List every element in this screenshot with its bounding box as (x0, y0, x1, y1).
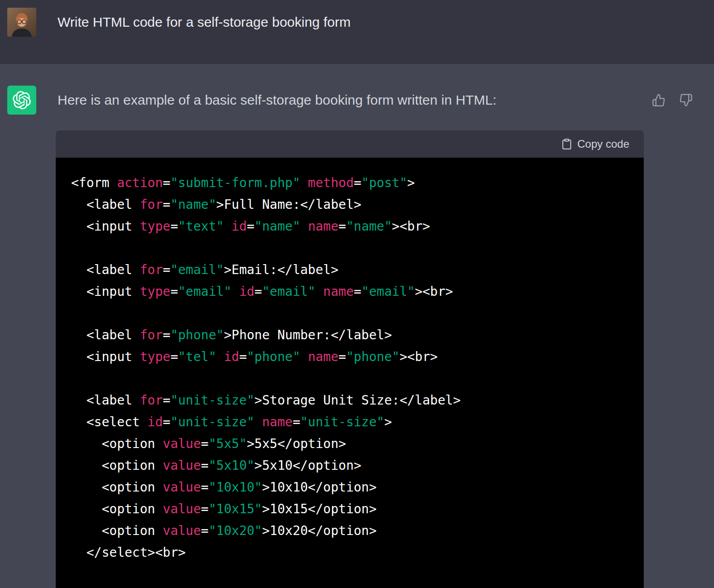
thumbs-up-button[interactable] (650, 92, 667, 109)
clipboard-icon (561, 138, 573, 150)
avatar-gutter (7, 8, 56, 63)
code-line: <option value="10x15">10x15</option> (71, 498, 628, 520)
code-line (71, 368, 628, 390)
thumbs-down-button[interactable] (677, 92, 695, 109)
code-block: Copy code <form action="submit-form.php"… (56, 130, 644, 588)
assistant-message-text: Here is an example of a basic self-stora… (56, 92, 497, 109)
avatar-gutter (7, 86, 56, 588)
assistant-avatar (7, 86, 36, 115)
code-line: <label for="name">Full Name:</label> (71, 194, 628, 216)
code-line: <label for="phone">Phone Number:</label> (71, 324, 628, 346)
user-avatar-image (7, 8, 36, 37)
chat-page: Write HTML code for a self-storage booki… (0, 0, 714, 588)
code-line: <option value="10x20">10x20</option> (71, 520, 628, 542)
code-line (71, 303, 628, 324)
code-line: <form action="submit-form.php" method="p… (71, 172, 628, 194)
feedback-buttons (650, 92, 695, 109)
thumbs-up-icon (652, 93, 666, 107)
code-line: <input type="tel" id="phone" name="phone… (71, 346, 628, 368)
code-block-header: Copy code (56, 130, 644, 158)
code-line: <input type="email" id="email" name="ema… (71, 281, 628, 303)
copy-code-label: Copy code (577, 138, 629, 150)
assistant-message-content: Here is an example of a basic self-stora… (56, 86, 714, 588)
code-line: <option value="5x5">5x5</option> (71, 433, 628, 455)
code-line (71, 237, 628, 259)
openai-logo-icon (13, 91, 31, 109)
code-line: <input type="text" id="name" name="name"… (71, 216, 628, 237)
thumbs-down-icon (679, 93, 693, 107)
code-line: <label for="email">Email:</label> (71, 259, 628, 281)
user-message-row: Write HTML code for a self-storage booki… (0, 0, 714, 64)
user-message-content: Write HTML code for a self-storage booki… (56, 8, 714, 63)
code-line: <select id="unit-size" name="unit-size"> (71, 411, 628, 433)
copy-code-button[interactable]: Copy code (561, 138, 629, 150)
code-line: </select><br> (71, 542, 628, 564)
code-line: <option value="5x10">5x10</option> (71, 455, 628, 477)
code-content: <form action="submit-form.php" method="p… (56, 158, 644, 588)
code-line: <label for="unit-size">Storage Unit Size… (71, 390, 628, 411)
user-avatar (7, 8, 36, 37)
code-line: <option value="10x10">10x10</option> (71, 477, 628, 498)
user-message-text: Write HTML code for a self-storage booki… (56, 14, 351, 31)
assistant-message-row: Here is an example of a basic self-stora… (0, 64, 714, 588)
